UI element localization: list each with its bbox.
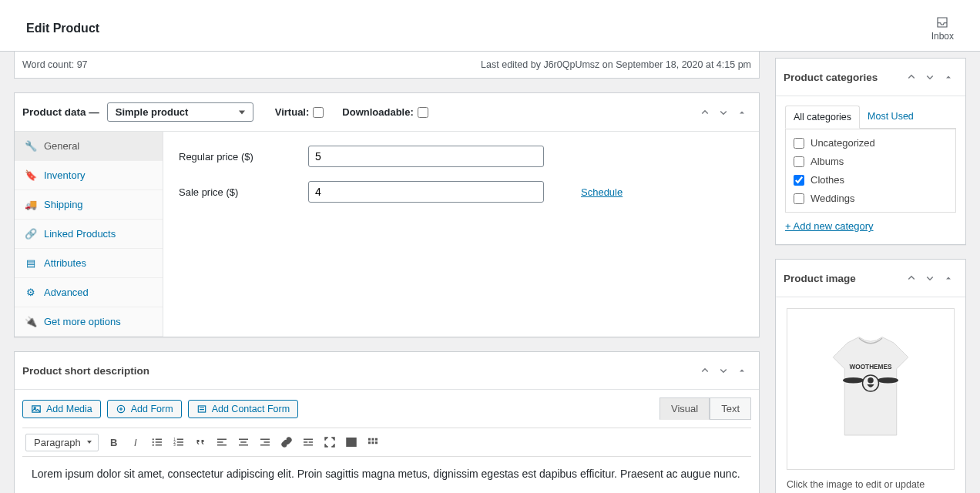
svg-rect-7 — [155, 441, 161, 443]
inbox-button[interactable]: Inbox — [931, 15, 954, 42]
panel-down-icon[interactable] — [921, 68, 939, 86]
italic-button[interactable]: I — [125, 431, 146, 453]
svg-text:WOOTHEMES: WOOTHEMES — [850, 364, 892, 371]
panel-toggle-icon[interactable] — [939, 68, 958, 86]
form-icon — [116, 404, 126, 414]
svg-rect-35 — [375, 441, 378, 444]
panel-up-icon[interactable] — [902, 269, 921, 287]
text-tab[interactable]: Text — [710, 397, 751, 420]
panel-down-icon[interactable] — [921, 269, 939, 287]
svg-rect-16 — [217, 441, 223, 443]
sale-price-label: Sale price ($) — [179, 186, 271, 198]
svg-text:3: 3 — [173, 443, 176, 447]
short-desc-editor[interactable]: Lorem ipsum dolor sit amet, consectetur … — [22, 457, 751, 493]
svg-rect-14 — [176, 444, 183, 446]
product-image-thumbnail[interactable]: WOOTHEMES — [787, 308, 955, 470]
panel-toggle-icon[interactable] — [939, 269, 958, 287]
svg-point-38 — [878, 377, 898, 384]
svg-rect-31 — [371, 438, 374, 441]
add-media-button[interactable]: Add Media — [22, 400, 101, 418]
tshirt-icon: WOOTHEMES — [813, 324, 928, 454]
short-description-panel: Product short description Add Media Add … — [14, 351, 760, 493]
cat-weddings[interactable]: Weddings — [794, 193, 948, 204]
tab-general[interactable]: 🔧General — [15, 132, 163, 161]
svg-rect-32 — [375, 438, 378, 441]
page-title: Edit Product — [26, 22, 99, 35]
cat-clothes[interactable]: Clothes — [794, 174, 948, 186]
format-select[interactable]: Paragraph — [25, 434, 99, 451]
bold-button[interactable]: B — [103, 431, 125, 453]
add-new-category-link[interactable]: + Add new category — [785, 213, 956, 235]
tab-more-options[interactable]: 🔌Get more options — [15, 307, 163, 337]
cat-uncategorized[interactable]: Uncategorized — [794, 137, 948, 149]
link-button[interactable] — [276, 431, 297, 453]
align-left-button[interactable] — [211, 431, 233, 453]
tag-icon: 🔖 — [25, 170, 36, 181]
quote-button[interactable] — [190, 431, 211, 453]
add-contact-form-button[interactable]: Add Contact Form — [188, 400, 298, 418]
svg-rect-6 — [155, 439, 161, 441]
svg-rect-12 — [176, 439, 183, 441]
last-edited: Last edited by J6r0QpUmsz on September 1… — [481, 59, 751, 70]
bullet-list-button[interactable] — [146, 431, 168, 453]
regular-price-input[interactable] — [308, 146, 544, 167]
editor-statusbar: Word count: 97 Last edited by J6r0QpUmsz… — [14, 52, 760, 79]
panel-up-icon[interactable] — [696, 103, 714, 122]
tab-linked-products[interactable]: 🔗Linked Products — [15, 220, 163, 249]
regular-price-label: Regular price ($) — [179, 151, 271, 163]
svg-rect-24 — [304, 439, 313, 441]
svg-rect-13 — [176, 441, 183, 443]
wrench-icon: 🔧 — [25, 141, 36, 152]
svg-rect-21 — [260, 439, 270, 441]
fullscreen-button[interactable] — [319, 431, 341, 453]
align-right-button[interactable] — [254, 431, 276, 453]
plug-icon: 🔌 — [25, 317, 36, 327]
visual-tab[interactable]: Visual — [659, 397, 710, 420]
svg-rect-27 — [304, 444, 313, 446]
distraction-free-button[interactable] — [341, 431, 362, 453]
svg-rect-15 — [217, 439, 227, 441]
sale-price-input[interactable] — [308, 181, 544, 203]
svg-point-3 — [152, 438, 153, 440]
more-button[interactable] — [297, 431, 319, 453]
svg-rect-18 — [239, 439, 248, 441]
tab-shipping[interactable]: 🚚Shipping — [15, 190, 163, 220]
panel-up-icon[interactable] — [902, 68, 921, 86]
svg-rect-33 — [368, 441, 371, 444]
cat-albums[interactable]: Albums — [794, 156, 948, 167]
svg-rect-34 — [371, 441, 374, 444]
tab-advanced[interactable]: ⚙Advanced — [15, 278, 163, 307]
svg-rect-19 — [240, 441, 247, 443]
svg-rect-26 — [308, 441, 312, 443]
toolbar-toggle-button[interactable] — [362, 431, 384, 453]
svg-rect-23 — [260, 444, 270, 446]
align-center-button[interactable] — [233, 431, 254, 453]
virtual-checkbox[interactable]: Virtual: — [275, 106, 324, 118]
product-image-hint: Click the image to edit or update — [787, 470, 955, 493]
add-form-button[interactable]: Add Form — [107, 400, 182, 418]
tab-inventory[interactable]: 🔖Inventory — [15, 161, 163, 190]
panel-toggle-icon[interactable] — [733, 361, 751, 380]
truck-icon: 🚚 — [25, 200, 36, 210]
panel-down-icon[interactable] — [714, 361, 733, 380]
contact-form-icon — [196, 404, 207, 414]
panel-toggle-icon[interactable] — [733, 103, 751, 122]
product-image-panel: Product image WOOTHEMES — [775, 259, 966, 493]
media-icon — [31, 404, 42, 414]
list-icon: ▤ — [25, 258, 36, 269]
numbered-list-button[interactable]: 123 — [168, 431, 190, 453]
cat-tab-all[interactable]: All categories — [785, 106, 860, 129]
panel-down-icon[interactable] — [714, 103, 733, 122]
tab-attributes[interactable]: ▤Attributes — [15, 249, 163, 278]
svg-point-4 — [152, 441, 153, 443]
link-icon: 🔗 — [25, 229, 36, 240]
downloadable-checkbox[interactable]: Downloadable: — [342, 106, 428, 118]
svg-point-40 — [868, 377, 874, 384]
gear-icon: ⚙ — [25, 287, 36, 298]
cat-tab-most-used[interactable]: Most Used — [860, 106, 921, 128]
product-type-select[interactable]: Simple product — [107, 102, 253, 122]
panel-up-icon[interactable] — [696, 361, 714, 380]
word-count: Word count: 97 — [22, 59, 88, 70]
product-data-title: Product data — — [22, 106, 99, 118]
schedule-link[interactable]: Schedule — [581, 186, 623, 198]
